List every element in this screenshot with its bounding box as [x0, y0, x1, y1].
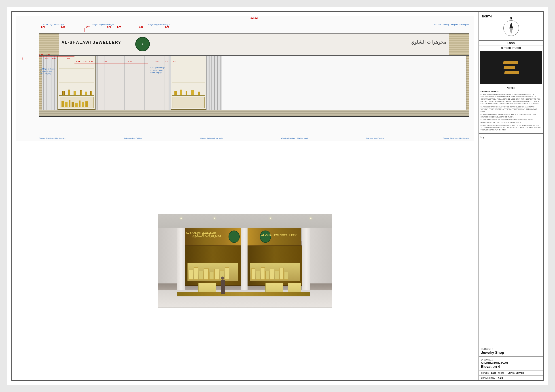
label-led-right: Led Light U ShapeIn Wood FrameGlass Disp…	[151, 67, 165, 74]
center-stainless	[95, 56, 97, 116]
center-stainless-right	[169, 56, 171, 116]
render-counter1	[198, 283, 216, 292]
dim-3: 1.77	[86, 26, 90, 28]
drawing-num-section: DRAWING NO.: A-20	[479, 376, 543, 380]
render-section: مجوهرات الشلوي AL-SHALAWI JEWELLERY AL-S…	[16, 146, 474, 376]
drawing-section: DRAWING : ARCHITECTURE PLAN Elevation 4	[479, 357, 543, 371]
north-pointer-down	[509, 28, 513, 34]
render-light4	[181, 218, 182, 219]
notes-title: NOTES	[481, 87, 541, 89]
dim-5: 1.77	[117, 26, 121, 28]
sidebar: NORTH: N LOGO S. TECH STUDIO	[479, 12, 543, 380]
logo-image-area	[480, 51, 542, 84]
label-wooden-top: Wooden Cladding - Beige or Golden paint	[434, 23, 469, 26]
s-mid-bar	[503, 66, 515, 69]
render-light1	[214, 218, 215, 219]
north-label: NORTH:	[480, 15, 493, 18]
render-col-left	[177, 228, 185, 290]
label-acrylic-center: Acrylic Logo with led light	[92, 23, 114, 26]
notes-general: GENERAL NOTES :	[481, 91, 541, 93]
label-stainless-right-bot: Stainless steel Partition	[366, 137, 384, 139]
render-left-wall	[158, 228, 178, 284]
right-wood-sign	[449, 34, 469, 56]
label-acrylic-right: Acrylic Logo with led light	[148, 23, 169, 26]
page-outer: 12.12 Acrylic Logo with led light Acryli…	[7, 7, 548, 385]
s-top-bar	[503, 61, 518, 64]
render-english: AL-SHALAWI JEWELLERY	[261, 234, 297, 236]
north-arrow-circle: N	[503, 20, 519, 36]
dim-left-1: 1.70	[41, 26, 45, 28]
units-label: UNITS :	[498, 372, 506, 374]
s-bot-bar	[504, 71, 519, 74]
store-name-latin: AL-SHALAWI JEWELLERY	[61, 40, 121, 45]
drawing-num-label: DRAWING NO.:	[481, 377, 495, 379]
right-display-frame	[171, 56, 206, 110]
store-name-arabic: مجوهرات الشلوي	[155, 39, 446, 45]
sub-dim-row2	[39, 60, 97, 60]
v-dim-left	[26, 57, 26, 117]
project-label: PROJECT :	[481, 348, 541, 350]
north-n-text: N	[510, 17, 512, 20]
render-right-wall	[310, 228, 332, 284]
project-section: PROJECT : Jewelry Shop	[479, 346, 543, 357]
dim-7: 1.70	[165, 26, 169, 28]
key-label: key	[481, 136, 484, 138]
north-arrow-container: N	[502, 19, 520, 37]
elev-logo-circle: ✦	[135, 37, 150, 51]
label-led-left: Led Light U ShapeIn Wood FrameGlass Disp…	[40, 68, 55, 75]
dim-2: 2.22	[61, 26, 65, 28]
units-value: UNITS : METRES	[508, 372, 524, 374]
render-english-left: AL-SHALAWI JEWELLERY	[186, 232, 216, 234]
render-front-left	[185, 245, 241, 286]
left-wood-sign	[39, 34, 59, 56]
notes-section: NOTES GENERAL NOTES : 01. ALL DRAWINGS A…	[479, 85, 543, 134]
label-acrylic-left: Acrylic Logo with led light	[43, 23, 64, 26]
notes-item-1: 01. ALL DRAWINGS AND COPIES THEREOF ARE …	[481, 93, 541, 105]
logo-firm-name: S. TECH STUDIO	[479, 46, 543, 50]
stainless-left	[42, 56, 58, 116]
north-section: NORTH: N	[479, 12, 543, 41]
render-col-right	[302, 228, 310, 290]
label-stainless-left-bot: Stainless steel Partition	[124, 137, 142, 139]
logo-section-title: LOGO	[479, 41, 543, 46]
scale-label: SCALE :	[481, 372, 489, 374]
render-light3	[310, 218, 312, 219]
render-counter2	[265, 283, 283, 292]
notes-item-3: 03. DIMENSIONS ON THE DRAWINGS ARE NOT T…	[481, 114, 541, 118]
key-section: key	[479, 134, 543, 346]
render-logo-right	[260, 230, 271, 243]
s-logo-container	[500, 57, 522, 79]
label-wood-right-bot: Wooden Cladding - Offwhite paint	[443, 137, 469, 139]
left-display-frame	[58, 56, 95, 110]
render-front-right	[248, 245, 302, 286]
sub-dim-row1	[39, 57, 74, 57]
drawing-num-value: A-20	[497, 377, 503, 379]
render-light2	[270, 218, 271, 219]
dim-274	[74, 63, 148, 64]
label-golden-bot: Golden Stainless 2 cm width	[200, 137, 223, 139]
render-person1	[221, 280, 225, 294]
drawing-type: ARCHITECTURE PLAN	[481, 361, 541, 364]
total-width-dim: 12.12	[250, 16, 258, 19]
bottom-labels-row: Wooden Cladding - Offwhite paint Stainle…	[39, 137, 469, 139]
col-right-wood	[466, 56, 469, 116]
elevation-drawing: 12.12 Acrylic Logo with led light Acryli…	[16, 16, 474, 141]
dim-6: 2.22	[139, 26, 143, 28]
page-inner: 12.12 Acrylic Logo with led light Acryli…	[11, 11, 544, 381]
center-panel	[97, 56, 169, 116]
project-name: Jewelry Shop	[481, 351, 541, 355]
render-3d: مجوهرات الشلوي AL-SHALAWI JEWELLERY AL-S…	[158, 214, 332, 308]
logo-section: LOGO S. TECH STUDIO	[479, 41, 543, 85]
label-wood-center-bot: Wooden Cladding - Offwhite paint	[281, 137, 308, 139]
scale-value: 1:100	[491, 372, 496, 374]
notes-item-5: 05. ANY INCONSISTENCY OR DISCREPANCY IS …	[481, 124, 541, 131]
label-wood-left-bot: Wooden Cladding - Offwhite paint	[39, 137, 65, 139]
drawing-name: Elevation 4	[481, 365, 541, 369]
dim-4: 0.74	[107, 26, 111, 28]
col-left-wood	[39, 56, 42, 116]
s-logo-shape	[503, 60, 519, 76]
notes-item-2: 02. THESE DRAWINGS MAY NOT BE REPRODUCED…	[481, 106, 541, 113]
scale-section: SCALE : 1:100 UNITS : UNITS : METRES	[479, 371, 543, 376]
render-col-center	[241, 228, 248, 290]
notes-item-4: 04. ALL DIMENSIONS ON THE DRAWINGS ARE I…	[481, 119, 541, 123]
